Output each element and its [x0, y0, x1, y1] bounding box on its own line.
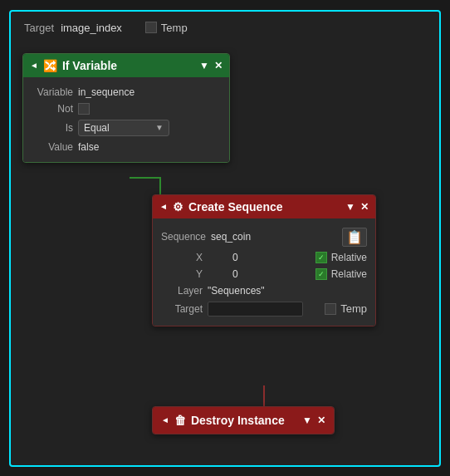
if-var-close[interactable]: ✕: [214, 60, 223, 71]
seq-layer-value: "Sequences": [208, 285, 265, 297]
if-var-actions: ▼ ✕: [199, 60, 223, 71]
target-label: Target: [24, 22, 54, 34]
seq-y-row: Y 0 ✓ Relative: [161, 266, 367, 282]
seq-icon-btn[interactable]: 📋: [342, 228, 367, 247]
seq-target-label: Target: [161, 303, 203, 315]
destroy-header: ◄ 🗑 Destroy Instance ▼ ✕: [153, 407, 334, 434]
x-relative-checkbox[interactable]: ✓: [315, 252, 327, 263]
seq-y-label: Y: [161, 268, 203, 280]
create-seq-header: ◄ ⚙ Create Sequence ▼ ✕: [153, 195, 375, 218]
seq-temp-label: Temp: [340, 302, 367, 315]
is-dropdown[interactable]: Equal ▼: [78, 120, 169, 136]
target-value: image_index: [61, 22, 122, 34]
is-dropdown-arrow: ▼: [155, 123, 164, 132]
if-var-value-row: Value false: [32, 139, 221, 155]
create-seq-icon: ⚙: [173, 200, 183, 213]
destroy-collapse[interactable]: ◄: [161, 415, 169, 424]
seq-temp-checkbox[interactable]: [325, 303, 336, 315]
temp-wrap: Temp: [145, 22, 188, 34]
seq-layer-row: Layer "Sequences": [161, 282, 367, 299]
if-var-variable-row: Variable in_sequence: [32, 84, 221, 101]
seq-layer-label: Layer: [161, 285, 203, 297]
if-var-is-row: Is Equal ▼: [32, 117, 221, 139]
if-var-menu[interactable]: ▼: [199, 60, 209, 71]
destroy-actions: ▼ ✕: [302, 415, 325, 426]
not-checkbox[interactable]: [78, 103, 90, 115]
y-relative-checkbox[interactable]: ✓: [315, 268, 327, 280]
not-label: Not: [32, 103, 73, 115]
if-var-title: If Variable: [62, 59, 194, 72]
seq-name-row: Sequence seq_coin 📋: [161, 225, 367, 249]
x-relative-label: Relative: [331, 252, 367, 263]
is-value: Equal: [84, 122, 110, 134]
temp-label: Temp: [161, 22, 188, 34]
seq-target-row: Target Temp: [161, 299, 367, 319]
destroy-icon: 🗑: [174, 414, 186, 427]
destroy-title: Destroy Instance: [191, 414, 297, 427]
create-seq-close[interactable]: ✕: [360, 201, 369, 213]
create-seq-body: Sequence seq_coin 📋 X 0 ✓ Relative Y 0 ✓…: [153, 218, 375, 326]
seq-x-value: 0: [232, 252, 311, 263]
seq-name-label: Sequence: [161, 231, 206, 243]
seq-x-label: X: [161, 252, 203, 263]
destroy-close[interactable]: ✕: [317, 415, 325, 426]
if-variable-header: ◄ 🔀 If Variable ▼ ✕: [23, 54, 229, 77]
value-value: false: [78, 141, 99, 153]
create-seq-actions: ▼ ✕: [345, 201, 369, 213]
top-bar: Target image_index Temp: [24, 22, 188, 34]
canvas: Target image_index Temp ◄ 🔀 If Variable …: [9, 10, 441, 467]
create-seq-menu[interactable]: ▼: [345, 201, 355, 213]
variable-label: Variable: [32, 86, 73, 98]
y-relative-wrap: ✓ Relative: [315, 268, 367, 280]
is-label: Is: [32, 122, 73, 134]
create-seq-collapse[interactable]: ◄: [159, 202, 168, 211]
if-var-not-row: Not: [32, 101, 221, 117]
y-relative-label: Relative: [331, 268, 367, 280]
if-variable-body: Variable in_sequence Not Is Equal ▼ Valu…: [23, 77, 229, 162]
temp-checkbox[interactable]: [145, 22, 157, 33]
if-var-collapse[interactable]: ◄: [30, 61, 38, 70]
seq-y-value: 0: [232, 268, 311, 280]
variable-value: in_sequence: [78, 86, 135, 98]
seq-name-value: seq_coin: [211, 231, 337, 243]
x-relative-wrap: ✓ Relative: [315, 252, 367, 263]
if-variable-node: ◄ 🔀 If Variable ▼ ✕ Variable in_sequence…: [22, 53, 230, 163]
seq-x-row: X 0 ✓ Relative: [161, 249, 367, 266]
seq-target-input[interactable]: [208, 302, 303, 317]
create-sequence-node: ◄ ⚙ Create Sequence ▼ ✕ Sequence seq_coi…: [152, 194, 376, 326]
value-label: Value: [32, 141, 73, 153]
destroy-instance-node: ◄ 🗑 Destroy Instance ▼ ✕: [152, 406, 335, 434]
seq-temp-wrap: Temp: [325, 302, 367, 315]
create-seq-title: Create Sequence: [188, 200, 340, 213]
destroy-menu[interactable]: ▼: [302, 415, 312, 426]
if-var-icon: 🔀: [43, 59, 57, 72]
